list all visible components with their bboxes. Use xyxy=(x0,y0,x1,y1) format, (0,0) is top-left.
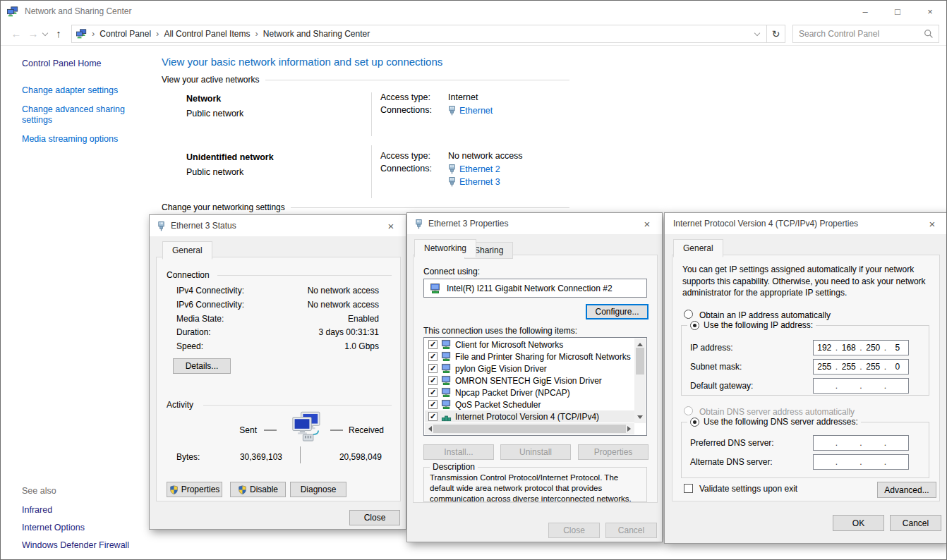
search-input[interactable] xyxy=(793,29,924,39)
checkbox-checked[interactable]: ✓ xyxy=(428,388,438,397)
breadcrumb-network-and-sharing-center[interactable]: Network and Sharing Center xyxy=(263,29,370,39)
scroll-up-arrow-icon[interactable] xyxy=(637,343,643,346)
dialog-title: Internet Protocol Version 4 (TCP/IPv4) P… xyxy=(673,219,858,229)
list-item[interactable]: ✓File and Printer Sharing for Microsoft … xyxy=(425,351,634,363)
refresh-button[interactable]: ↻ xyxy=(767,25,785,43)
sidebar-item-infrared[interactable]: Infrared xyxy=(22,505,149,515)
checkbox-checked[interactable]: ✓ xyxy=(428,352,438,361)
close-button[interactable]: × xyxy=(914,1,946,22)
maximize-button[interactable]: □ xyxy=(881,1,914,22)
radio-use-ip[interactable] xyxy=(690,321,699,330)
checkbox-checked[interactable]: ✓ xyxy=(428,412,438,421)
list-item[interactable]: ✓pylon GigE Vision Driver xyxy=(425,363,634,375)
scroll-right-arrow-icon[interactable] xyxy=(627,426,631,432)
alternate-dns-field[interactable]: . . . xyxy=(813,454,909,470)
network-type: Public network xyxy=(186,109,243,118)
title-bar: Network and Sharing Center – □ × xyxy=(1,1,946,22)
address-bar[interactable]: › Control Panel › All Control Panel Item… xyxy=(71,25,767,43)
scroll-left-arrow-icon[interactable] xyxy=(428,426,432,432)
network-service-icon xyxy=(441,375,452,386)
forward-button[interactable]: → xyxy=(25,28,42,39)
connection-group-label: Connection xyxy=(167,270,210,280)
row-label: IPv4 Connectivity: xyxy=(176,286,244,296)
disable-button[interactable]: Disable xyxy=(230,482,286,497)
network-service-icon xyxy=(441,363,452,374)
validate-settings-checkbox[interactable] xyxy=(684,484,693,493)
list-item[interactable]: ✓QoS Packet Scheduler xyxy=(425,398,634,410)
ok-button[interactable]: OK xyxy=(833,515,884,531)
close-button[interactable]: Close xyxy=(548,523,600,538)
advanced-button[interactable]: Advanced... xyxy=(877,482,936,498)
scrollbar-thumb[interactable] xyxy=(433,425,626,433)
scrollbar-thumb[interactable] xyxy=(636,348,644,375)
close-icon[interactable]: × xyxy=(376,220,406,232)
connection-link-ethernet-2[interactable]: Ethernet 2 xyxy=(448,164,500,174)
network-service-icon xyxy=(441,387,452,398)
radio-obtain-dns[interactable] xyxy=(684,406,693,415)
network-adapter-icon xyxy=(430,283,441,294)
search-box[interactable] xyxy=(792,25,939,43)
dialog-title: Ethernet 3 Properties xyxy=(428,219,508,229)
breadcrumb-all-control-panel-items[interactable]: All Control Panel Items xyxy=(164,29,250,39)
subnet-mask-field[interactable]: 255. 255. 255. 0 xyxy=(813,359,909,375)
ethernet-plug-icon xyxy=(448,176,456,187)
close-button[interactable]: Close xyxy=(349,510,400,525)
minimize-button[interactable]: – xyxy=(849,1,881,22)
list-item[interactable]: ✓Npcap Packet Driver (NPCAP) xyxy=(425,386,634,398)
ethernet-plug-icon xyxy=(415,219,423,229)
vertical-scrollbar[interactable] xyxy=(634,339,646,423)
checkbox-checked[interactable]: ✓ xyxy=(428,364,438,373)
network-name: Unidentified network xyxy=(186,152,274,162)
access-type-value: No network access xyxy=(448,151,523,161)
close-icon[interactable]: × xyxy=(632,218,662,230)
connection-link-ethernet-3[interactable]: Ethernet 3 xyxy=(448,176,500,187)
dialog-title-bar: Ethernet 3 Status × xyxy=(150,215,406,236)
sent-label: Sent xyxy=(224,425,257,435)
list-item[interactable]: ✓OMRON SENTECH GigE Vision Driver xyxy=(425,375,634,386)
window-title: Network and Sharing Center xyxy=(25,6,131,16)
up-button[interactable]: ↑ xyxy=(50,28,67,39)
close-icon[interactable]: × xyxy=(917,218,947,230)
address-dropdown-chevron-icon[interactable] xyxy=(754,30,760,35)
sidebar-item-internet-options[interactable]: Internet Options xyxy=(22,523,149,532)
connection-link-ethernet[interactable]: Ethernet xyxy=(448,105,493,116)
install-button[interactable]: Install... xyxy=(423,444,494,460)
list-item[interactable]: ✓Client for Microsoft Networks xyxy=(425,339,634,351)
recent-pages-chevron-icon[interactable] xyxy=(42,30,48,35)
sidebar-item-windows-defender-firewall[interactable]: Windows Defender Firewall xyxy=(22,540,149,550)
breadcrumb-control-panel[interactable]: Control Panel xyxy=(99,29,151,39)
checkbox-checked[interactable]: ✓ xyxy=(428,376,438,385)
cancel-button[interactable]: Cancel xyxy=(890,515,941,531)
sidebar-item-control-panel-home[interactable]: Control Panel Home xyxy=(22,59,157,68)
sent-dash xyxy=(264,430,277,431)
default-gateway-field[interactable]: . . . xyxy=(813,378,909,394)
cancel-button[interactable]: Cancel xyxy=(605,523,657,538)
tab-general[interactable]: General xyxy=(162,241,212,260)
tab-networking[interactable]: Networking xyxy=(414,239,476,257)
page-title: View your basic network information and … xyxy=(162,56,442,68)
tab-general[interactable]: General xyxy=(673,239,723,257)
description-groupbox: Description Transmission Control Protoco… xyxy=(423,467,647,502)
ethernet-3-status-dialog: Ethernet 3 Status × General Connection I… xyxy=(149,214,406,530)
uninstall-button[interactable]: Uninstall xyxy=(500,444,571,460)
diagnose-button[interactable]: Diagnose xyxy=(290,482,346,497)
configure-button[interactable]: Configure... xyxy=(586,304,649,319)
scroll-down-arrow-icon[interactable] xyxy=(637,415,643,419)
ethernet-plug-icon xyxy=(448,164,456,174)
properties-button[interactable]: Properties xyxy=(578,444,649,460)
sidebar-item-change-adapter-settings[interactable]: Change adapter settings xyxy=(22,85,135,97)
radio-obtain-ip[interactable] xyxy=(684,310,693,319)
properties-button[interactable]: Properties xyxy=(167,482,222,497)
list-item-selected[interactable]: ✓Internet Protocol Version 4 (TCP/IPv4) xyxy=(425,410,634,422)
back-button[interactable]: ← xyxy=(8,28,25,39)
sidebar-item-media-streaming-options[interactable]: Media streaming options xyxy=(22,134,135,145)
horizontal-scrollbar[interactable] xyxy=(425,423,634,434)
sidebar-item-change-advanced-sharing-settings[interactable]: Change advanced sharing settings xyxy=(22,104,135,126)
checkbox-checked[interactable]: ✓ xyxy=(428,400,438,409)
radio-use-dns[interactable] xyxy=(690,418,699,427)
radio-obtain-ip-label: Obtain an IP address automatically xyxy=(699,310,831,320)
ip-address-field[interactable]: 192. 168. 250. 5 xyxy=(813,340,909,355)
details-button[interactable]: Details... xyxy=(173,358,231,374)
preferred-dns-field[interactable]: . . . xyxy=(813,435,909,451)
checkbox-checked[interactable]: ✓ xyxy=(428,340,438,349)
